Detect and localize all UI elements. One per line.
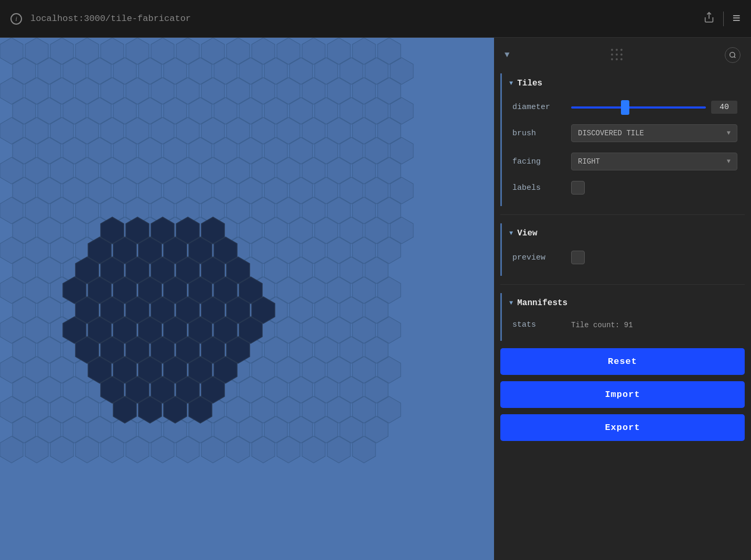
facing-value: RIGHT xyxy=(578,157,600,166)
view-section-title: View xyxy=(517,229,537,238)
panel-drag-handle[interactable] xyxy=(611,49,624,61)
view-section: ▼ View preview xyxy=(500,223,745,276)
stats-value: Tile count: 91 xyxy=(571,321,633,329)
tiles-section-body: diameter 40 brush DISCOVERED TILE ▼ xyxy=(502,93,745,206)
tiles-section-title: Tiles xyxy=(517,79,542,88)
view-section-body: preview xyxy=(502,243,745,276)
diameter-field-row: diameter 40 xyxy=(512,95,737,119)
facing-dropdown-arrow: ▼ xyxy=(727,158,731,165)
manifests-section: ▼ Mannifests stats Tile count: 91 xyxy=(500,293,745,341)
preview-label: preview xyxy=(512,253,565,262)
right-panel: ▼ ▼ Tiles diameter xyxy=(494,38,751,560)
hex-background xyxy=(0,38,494,560)
import-button[interactable]: Import xyxy=(500,381,745,408)
diameter-value: 40 xyxy=(711,101,737,114)
panel-header: ▼ xyxy=(494,38,751,69)
manifests-section-header[interactable]: ▼ Mannifests xyxy=(502,293,745,313)
diameter-label: diameter xyxy=(512,103,565,112)
diameter-slider-container: 40 xyxy=(571,101,737,114)
brush-dropdown[interactable]: DISCOVERED TILE ▼ xyxy=(571,124,737,142)
brush-value: DISCOVERED TILE xyxy=(578,129,644,137)
preview-field-row: preview xyxy=(512,245,737,270)
share-icon[interactable] xyxy=(703,12,715,26)
hex-canvas[interactable] xyxy=(0,38,494,560)
preview-checkbox[interactable] xyxy=(571,251,585,264)
labels-checkbox[interactable] xyxy=(571,181,585,195)
view-section-header[interactable]: ▼ View xyxy=(502,223,745,243)
url-host: localhost xyxy=(30,14,79,24)
toolbar-divider xyxy=(723,12,724,26)
tiles-section-arrow: ▼ xyxy=(509,80,513,87)
stats-field-row: stats Tile count: 91 xyxy=(512,315,737,335)
address-bar[interactable]: localhost:3000/tile-fabricator xyxy=(30,14,695,24)
export-button[interactable]: Export xyxy=(500,414,745,441)
info-icon: i xyxy=(10,13,22,25)
svg-point-6 xyxy=(730,52,735,57)
manifests-section-title: Mannifests xyxy=(517,298,567,308)
url-path: :3000/tile-fabricator xyxy=(79,14,191,24)
tiles-section-header[interactable]: ▼ Tiles xyxy=(502,73,745,93)
reset-button[interactable]: Reset xyxy=(500,348,745,375)
facing-field-row: facing RIGHT ▼ xyxy=(512,147,737,176)
manifests-section-arrow: ▼ xyxy=(509,299,513,307)
facing-label: facing xyxy=(512,157,565,166)
labels-field-row: labels xyxy=(512,176,737,200)
stats-label: stats xyxy=(512,320,565,329)
tiles-section: ▼ Tiles diameter 40 brush DISCOVE xyxy=(500,73,745,206)
brush-field-row: brush DISCOVERED TILE ▼ xyxy=(512,119,737,147)
browser-bar: i localhost:3000/tile-fabricator ≡ xyxy=(0,0,751,38)
manifests-section-body: stats Tile count: 91 xyxy=(502,313,745,341)
view-manifests-separator xyxy=(500,284,745,285)
brush-dropdown-arrow: ▼ xyxy=(727,130,731,137)
diameter-slider[interactable] xyxy=(571,106,706,109)
main-area: ▼ ▼ Tiles diameter xyxy=(0,38,751,560)
panel-collapse-icon[interactable]: ▼ xyxy=(505,50,510,60)
menu-icon[interactable]: ≡ xyxy=(732,11,741,27)
facing-dropdown[interactable]: RIGHT ▼ xyxy=(571,153,737,170)
view-section-arrow: ▼ xyxy=(509,230,513,237)
panel-search-icon[interactable] xyxy=(725,47,741,63)
tiles-view-separator xyxy=(500,214,745,215)
brush-label: brush xyxy=(512,129,565,138)
labels-label: labels xyxy=(512,184,565,192)
